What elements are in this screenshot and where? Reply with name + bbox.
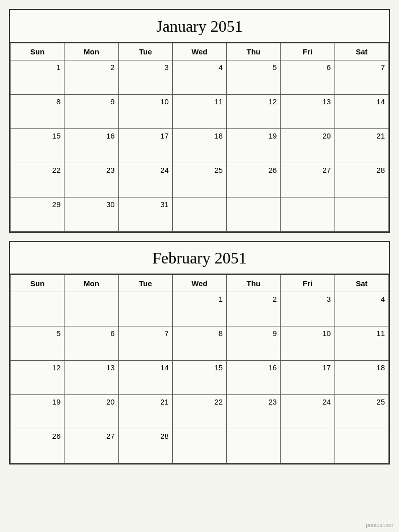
table-row: 11 bbox=[335, 326, 388, 361]
table-row: 2 bbox=[64, 60, 118, 95]
table-row bbox=[64, 292, 118, 326]
february-calendar: February 2051 Sun Mon Tue Wed Thu Fri Sa… bbox=[9, 241, 390, 464]
table-row: 12 bbox=[11, 361, 64, 395]
feb-header-tue: Tue bbox=[118, 275, 172, 292]
table-row bbox=[172, 197, 226, 232]
january-calendar: January 2051 Sun Mon Tue Wed Thu Fri Sat… bbox=[9, 9, 390, 233]
table-row: 1 bbox=[11, 60, 64, 95]
table-row: 30 bbox=[64, 197, 118, 232]
february-title: February 2051 bbox=[10, 242, 389, 275]
table-row: 3 bbox=[281, 292, 335, 326]
january-title: January 2051 bbox=[10, 10, 389, 43]
table-row: 21 bbox=[335, 129, 388, 163]
table-row: 31 bbox=[118, 197, 172, 232]
feb-header-mon: Mon bbox=[64, 275, 118, 292]
feb-header-wed: Wed bbox=[172, 275, 226, 292]
jan-header-tue: Tue bbox=[118, 43, 172, 60]
table-row: 15 bbox=[172, 361, 226, 395]
table-row: 5 bbox=[11, 326, 64, 361]
table-row: 7 bbox=[118, 326, 172, 361]
table-row: 22 bbox=[11, 163, 64, 197]
table-row: 22 bbox=[172, 395, 226, 429]
feb-header-sun: Sun bbox=[11, 275, 64, 292]
table-row: 12 bbox=[227, 95, 281, 129]
table-row: 18 bbox=[172, 129, 226, 163]
jan-header-wed: Wed bbox=[172, 43, 226, 60]
table-row: 6 bbox=[281, 60, 335, 95]
table-row bbox=[335, 197, 388, 232]
table-row bbox=[281, 197, 335, 232]
feb-header-sat: Sat bbox=[335, 275, 388, 292]
table-row: 29 bbox=[11, 197, 64, 232]
table-row: 26 bbox=[11, 429, 64, 463]
table-row: 25 bbox=[172, 163, 226, 197]
table-row: 23 bbox=[227, 395, 281, 429]
jan-header-sun: Sun bbox=[11, 43, 64, 60]
table-row bbox=[335, 429, 388, 463]
table-row: 10 bbox=[118, 95, 172, 129]
table-row: 26 bbox=[227, 163, 281, 197]
jan-header-mon: Mon bbox=[64, 43, 118, 60]
table-row bbox=[281, 429, 335, 463]
table-row bbox=[227, 197, 281, 232]
table-row: 16 bbox=[227, 361, 281, 395]
table-row: 14 bbox=[335, 95, 388, 129]
table-row: 14 bbox=[118, 361, 172, 395]
table-row: 4 bbox=[335, 292, 388, 326]
table-row: 13 bbox=[64, 361, 118, 395]
table-row: 8 bbox=[172, 326, 226, 361]
table-row: 24 bbox=[118, 163, 172, 197]
feb-header-thu: Thu bbox=[227, 275, 281, 292]
table-row: 17 bbox=[118, 129, 172, 163]
table-row bbox=[118, 292, 172, 326]
table-row: 28 bbox=[335, 163, 388, 197]
table-row: 27 bbox=[281, 163, 335, 197]
feb-header-fri: Fri bbox=[281, 275, 335, 292]
table-row bbox=[11, 292, 64, 326]
jan-header-thu: Thu bbox=[227, 43, 281, 60]
table-row: 23 bbox=[64, 163, 118, 197]
table-row: 18 bbox=[335, 361, 388, 395]
table-row: 7 bbox=[335, 60, 388, 95]
table-row: 9 bbox=[64, 95, 118, 129]
table-row: 20 bbox=[64, 395, 118, 429]
table-row: 11 bbox=[172, 95, 226, 129]
table-row: 25 bbox=[335, 395, 388, 429]
table-row: 8 bbox=[11, 95, 64, 129]
table-row: 19 bbox=[11, 395, 64, 429]
table-row: 13 bbox=[281, 95, 335, 129]
table-row bbox=[227, 429, 281, 463]
jan-header-fri: Fri bbox=[281, 43, 335, 60]
table-row bbox=[172, 429, 226, 463]
table-row: 20 bbox=[281, 129, 335, 163]
table-row: 4 bbox=[172, 60, 226, 95]
table-row: 6 bbox=[64, 326, 118, 361]
table-row: 15 bbox=[11, 129, 64, 163]
table-row: 27 bbox=[64, 429, 118, 463]
table-row: 1 bbox=[172, 292, 226, 326]
table-row: 21 bbox=[118, 395, 172, 429]
table-row: 5 bbox=[227, 60, 281, 95]
table-row: 2 bbox=[227, 292, 281, 326]
table-row: 17 bbox=[281, 361, 335, 395]
table-row: 10 bbox=[281, 326, 335, 361]
table-row: 19 bbox=[227, 129, 281, 163]
table-row: 3 bbox=[118, 60, 172, 95]
table-row: 9 bbox=[227, 326, 281, 361]
jan-header-sat: Sat bbox=[335, 43, 388, 60]
watermark: printcal.net bbox=[366, 522, 393, 528]
table-row: 16 bbox=[64, 129, 118, 163]
table-row: 24 bbox=[281, 395, 335, 429]
table-row: 28 bbox=[118, 429, 172, 463]
